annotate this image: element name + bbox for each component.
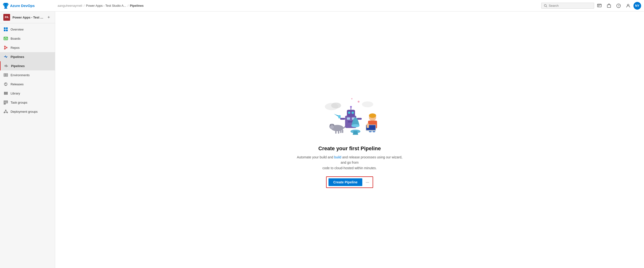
breadcrumb-current: Pipelines <box>130 4 144 8</box>
svg-rect-42 <box>4 104 6 104</box>
svg-rect-13 <box>6 30 8 31</box>
svg-point-68 <box>348 111 350 114</box>
environments-icon <box>3 73 8 77</box>
svg-rect-62 <box>342 129 343 133</box>
breadcrumb-project: Power Apps - Test Studio A... <box>86 4 126 8</box>
svg-point-77 <box>352 124 360 127</box>
sidebar-item-environments-label: Environments <box>10 73 30 77</box>
svg-rect-17 <box>4 38 5 39</box>
main-content: Create your first Pipeline Automate your… <box>55 12 644 268</box>
breadcrumb-sep1: / <box>84 4 85 8</box>
empty-state-title: Create your first Pipeline <box>318 146 381 152</box>
svg-point-22 <box>6 47 7 48</box>
sidebar-item-releases[interactable]: Releases <box>0 80 55 89</box>
svg-rect-11 <box>6 27 8 29</box>
svg-rect-64 <box>347 117 350 119</box>
svg-rect-74 <box>357 118 362 120</box>
svg-rect-75 <box>338 115 340 118</box>
nav-right: ? NY <box>541 2 641 10</box>
deploymentgroups-icon <box>3 109 8 114</box>
svg-line-47 <box>6 111 7 112</box>
svg-rect-10 <box>4 27 6 29</box>
svg-rect-19 <box>7 38 8 38</box>
shopping-bag-icon[interactable] <box>605 2 613 10</box>
boards-icon <box>3 36 8 41</box>
sidebar-nav: Overview Boards <box>0 23 55 117</box>
taskgroups-icon <box>3 100 8 105</box>
azure-devops-logo[interactable]: Azure DevOps <box>3 3 56 9</box>
svg-rect-70 <box>350 116 352 117</box>
sidebar-item-library-label: Library <box>10 92 20 95</box>
svg-rect-27 <box>6 65 7 67</box>
add-project-button[interactable]: + <box>46 15 52 20</box>
sidebar: PA Power Apps - Test Stud... + Overview <box>0 12 55 268</box>
sidebar-item-overview-label: Overview <box>10 28 24 31</box>
breadcrumb-sep2: / <box>128 4 128 8</box>
sidebar-item-repos[interactable]: Repos <box>0 43 55 52</box>
sidebar-item-deployment-groups[interactable]: Deployment groups <box>0 107 55 116</box>
search-icon <box>544 4 547 8</box>
svg-point-58 <box>330 125 334 128</box>
sidebar-item-library[interactable]: Library <box>0 89 55 98</box>
sidebar-item-pipelines-header[interactable]: Pipelines <box>0 52 55 61</box>
svg-line-25 <box>5 48 6 49</box>
svg-point-20 <box>4 46 5 47</box>
sidebar-item-deployment-groups-label: Deployment groups <box>10 110 38 113</box>
svg-rect-30 <box>6 74 8 75</box>
svg-rect-29 <box>4 74 6 75</box>
svg-rect-31 <box>4 75 6 76</box>
svg-rect-39 <box>7 92 8 95</box>
help-icon[interactable]: ? <box>614 2 623 10</box>
svg-point-21 <box>4 48 5 49</box>
svg-text:?: ? <box>618 4 620 8</box>
svg-rect-85 <box>367 123 369 128</box>
repos-icon <box>3 45 8 50</box>
empty-state: Create your first Pipeline Automate your… <box>292 82 407 198</box>
search-input[interactable] <box>549 4 592 8</box>
svg-rect-61 <box>340 129 342 133</box>
top-nav: Azure DevOps aanguheenaymeli / Power App… <box>0 0 644 12</box>
svg-line-46 <box>4 111 6 112</box>
svg-rect-37 <box>5 92 6 95</box>
svg-point-52 <box>358 101 360 103</box>
sidebar-item-boards[interactable]: Boards <box>0 34 55 43</box>
create-pipeline-btn-area: Create Pipeline ··· <box>326 176 373 188</box>
svg-rect-6 <box>607 5 611 8</box>
main-layout: PA Power Apps - Test Stud... + Overview <box>0 12 644 268</box>
svg-rect-41 <box>4 102 8 103</box>
svg-point-43 <box>5 110 6 111</box>
svg-rect-26 <box>4 65 6 67</box>
svg-point-72 <box>350 106 352 108</box>
sidebar-item-environments[interactable]: Environments <box>0 70 55 80</box>
breadcrumb-org: aanguheenaymeli <box>58 4 82 8</box>
search-box[interactable] <box>541 3 594 9</box>
more-options-button[interactable]: ··· <box>364 179 371 186</box>
empty-state-illustration <box>314 92 386 140</box>
sidebar-item-task-groups-label: Task groups <box>10 101 27 104</box>
library-icon <box>3 91 8 96</box>
build-link[interactable]: build <box>334 155 342 159</box>
user-avatar[interactable]: NY <box>634 2 641 10</box>
sidebar-item-pipelines-header-label: Pipelines <box>10 55 24 59</box>
app-name: Azure DevOps <box>10 4 35 8</box>
empty-state-description: Automate your build and build and releas… <box>297 155 402 171</box>
svg-rect-59 <box>335 129 337 134</box>
svg-rect-36 <box>4 92 5 95</box>
svg-rect-40 <box>4 101 8 102</box>
create-pipeline-button[interactable]: Create Pipeline <box>328 178 362 186</box>
notifications-icon[interactable] <box>595 2 604 10</box>
sidebar-item-repos-label: Repos <box>10 46 20 50</box>
user-settings-icon[interactable] <box>624 2 632 10</box>
pipelines-sub-icon <box>4 63 9 68</box>
svg-point-69 <box>352 111 354 114</box>
sidebar-item-pipelines-label: Pipelines <box>11 64 25 68</box>
sidebar-item-pipelines[interactable]: Pipelines <box>0 61 55 70</box>
sidebar-item-task-groups[interactable]: Task groups <box>0 98 55 107</box>
releases-icon <box>3 82 8 86</box>
svg-rect-67 <box>347 110 355 116</box>
svg-point-50 <box>331 103 341 108</box>
svg-line-1 <box>546 6 547 7</box>
svg-point-53 <box>351 98 353 99</box>
svg-rect-73 <box>340 118 345 120</box>
sidebar-item-overview[interactable]: Overview <box>0 25 55 34</box>
